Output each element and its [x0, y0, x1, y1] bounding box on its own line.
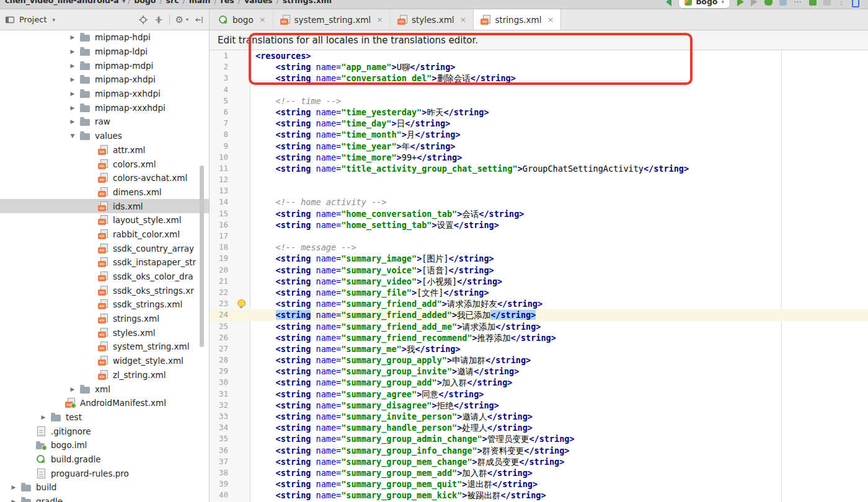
run-config-selector[interactable]: bogo ▾ — [678, 0, 730, 9]
breadcrumb-item[interactable]: src — [166, 0, 179, 5]
code-line[interactable]: 29 <string name="summary_group_invite">邀… — [210, 366, 868, 377]
breadcrumb-item[interactable]: strings.xml — [283, 0, 332, 5]
tree-item-ssdk_country_array[interactable]: <>ssdk_country_array — [0, 241, 209, 255]
tree-item-ssdk_instapaper_str[interactable]: <>ssdk_instapaper_str — [0, 255, 209, 270]
scrollbar[interactable] — [200, 165, 204, 347]
code-line[interactable]: 17 — [210, 231, 868, 242]
breadcrumb[interactable]: chen_video_line-android-a ▾ / bogo / src… — [0, 0, 333, 9]
tree-item-mipmap-xhdpi[interactable]: ▶mipmap-xhdpi — [0, 73, 209, 87]
chevron-right-icon[interactable]: ▶ — [65, 105, 80, 111]
tree-item-mipmap-hdpi[interactable]: ▶mipmap-hdpi — [0, 30, 209, 45]
chevron-down-icon[interactable]: ▼ — [65, 133, 80, 139]
code-line[interactable]: 23 <string name="summary_friend_add">请求添… — [210, 298, 868, 309]
tree-item-ssdk_oks_color_dra[interactable]: <>ssdk_oks_color_dra — [0, 270, 209, 284]
code-line[interactable]: 31 <string name="summary_agree">同意</stri… — [210, 389, 868, 400]
tree-item-proguard-rules.pro[interactable]: proguard-rules.pro — [0, 466, 209, 480]
tree-item-dimens.xml[interactable]: <>dimens.xml — [0, 185, 209, 200]
tab-system_string.xml[interactable]: <>system_string.xml× — [273, 9, 391, 30]
tree-item-raw[interactable]: ▶raw — [0, 115, 209, 129]
chevron-right-icon[interactable]: ▶ — [6, 484, 21, 490]
tree-item-xml[interactable]: ▶xml — [0, 382, 209, 396]
code-line[interactable]: 1<resources> — [210, 50, 868, 61]
chevron-right-icon[interactable]: ▶ — [6, 498, 21, 502]
code-line[interactable]: 22 <string name="summary_file">[文件]</str… — [210, 287, 868, 298]
code-line[interactable]: 34 <string name="summary_handle_person">… — [210, 422, 868, 433]
chevron-right-icon[interactable]: ▶ — [65, 34, 80, 40]
sync-icon[interactable] — [809, 0, 817, 6]
more-icon[interactable]: ⋯ — [794, 0, 802, 6]
code-line[interactable]: 25 <string name="summary_friend_add_me">… — [210, 321, 868, 332]
code-line[interactable]: 2 <string name="app_name">U聊</string> — [210, 61, 868, 73]
collapse-all-icon[interactable] — [154, 15, 164, 25]
code-line[interactable]: 27 <string name="summary_me">我</string> — [210, 343, 868, 354]
code-editor[interactable]: 1<resources>2 <string name="app_name">U聊… — [210, 50, 868, 502]
close-icon[interactable]: × — [547, 15, 554, 24]
chevron-right-icon[interactable]: ▶ — [65, 76, 80, 82]
tree-item-mipmap-ldpi[interactable]: ▶mipmap-ldpi — [0, 45, 209, 59]
code-line[interactable]: 20 <string name="summary_voice">[语音]</st… — [210, 265, 868, 276]
device-icon[interactable] — [852, 0, 859, 7]
code-line[interactable]: 10 <string name="time_more">99+</string> — [210, 152, 868, 163]
intention-bulb-icon[interactable] — [237, 299, 246, 307]
code-line[interactable]: 9 <string name="time_year">年</string> — [210, 141, 868, 152]
code-line[interactable]: 28 <string name="summary_group_apply">申请… — [210, 354, 868, 366]
code-line[interactable]: 5 <!-- time --> — [210, 95, 868, 107]
code-line[interactable]: 6 <string name="time_yesterday">昨天</stri… — [210, 107, 868, 118]
tree-item-mipmap-mdpi[interactable]: ▶mipmap-mdpi — [0, 58, 209, 73]
close-icon[interactable]: × — [259, 15, 266, 24]
gear-icon[interactable]: ⚙ — [175, 15, 184, 25]
hide-panel-icon[interactable] — [194, 15, 204, 25]
chevron-down-icon[interactable]: ▾ — [186, 17, 188, 22]
translations-banner[interactable]: Edit translations for all locales in the… — [210, 30, 868, 50]
close-icon[interactable]: × — [460, 15, 467, 24]
tree-item-gradle[interactable]: ▶gradle — [0, 495, 209, 502]
close-icon[interactable]: × — [376, 15, 383, 24]
code-line[interactable]: 16 <string name="home_setting_tab">设置</s… — [210, 219, 868, 231]
code-line[interactable]: 37 <string name="summary_group_mem_chang… — [210, 456, 868, 467]
tree-item-bogo.iml[interactable]: bogo.iml — [0, 438, 209, 452]
chevron-right-icon[interactable]: ▶ — [65, 63, 80, 69]
code-line[interactable]: 38 <string name="summary_group_mem_add">… — [210, 467, 868, 478]
tree-item-layout_style.xml[interactable]: <>layout_style.xml — [0, 213, 209, 227]
tab-strings.xml[interactable]: <>strings.xml× — [474, 9, 561, 30]
code-line[interactable]: 8 <string name="time_month">月</string> — [210, 129, 868, 140]
code-line[interactable]: 18 <!-- message --> — [210, 242, 868, 253]
code-line[interactable]: 19 <string name="summary_image">[图片]</st… — [210, 253, 868, 264]
menu-dots-icon[interactable]: ⋮ — [838, 0, 845, 6]
tree-item-colors.xml[interactable]: <>colors.xml — [0, 157, 209, 171]
tree-item-ssdk_strings.xml[interactable]: <>ssdk_strings.xml — [0, 297, 209, 312]
code-line[interactable]: 7 <string name="time_day">日</string> — [210, 118, 868, 129]
tree-item-zl_string.xml[interactable]: <>zl_string.xml — [0, 368, 209, 382]
chevron-right-icon[interactable]: ▶ — [65, 48, 80, 55]
chevron-right-icon[interactable]: ▶ — [36, 414, 51, 420]
code-line[interactable]: 21 <string name="summary_video">[小视频]</s… — [210, 276, 868, 287]
stop-icon[interactable] — [823, 0, 831, 6]
locate-file-icon[interactable] — [138, 15, 148, 25]
code-line[interactable]: 32 <string name="summary_disagree">拒绝</s… — [210, 400, 868, 411]
breadcrumb-item[interactable]: main — [189, 0, 211, 5]
tree-item-system_string.xml[interactable]: <>system_string.xml — [0, 340, 209, 354]
code-line[interactable]: 35 <string name="summary_group_admin_cha… — [210, 433, 868, 444]
tree-item-strings.xml[interactable]: <>strings.xml — [0, 312, 209, 326]
code-line[interactable]: 36 <string name="summary_group_info_chan… — [210, 445, 868, 456]
tab-bogo[interactable]: bogo× — [211, 9, 273, 30]
tree-item-values[interactable]: ▼values — [0, 129, 209, 143]
tree-item-mipmap-xxhdpi[interactable]: ▶mipmap-xxhdpi — [0, 87, 209, 101]
code-line[interactable]: 4 — [210, 84, 868, 95]
tree-item-test[interactable]: ▶test — [0, 410, 209, 425]
profiler-button[interactable] — [779, 0, 787, 6]
back-icon[interactable] — [666, 0, 671, 6]
chevron-right-icon[interactable]: ▶ — [65, 386, 80, 392]
code-line[interactable]: 13 — [210, 185, 868, 196]
code-line[interactable]: 39 <string name="summary_group_mem_quit"… — [210, 478, 868, 490]
tree-item-AndroidManifest.xml[interactable]: <>AndroidManifest.xml — [0, 396, 209, 410]
breadcrumb-item[interactable]: values — [244, 0, 273, 5]
tree-item-widget_style.xml[interactable]: <>widget_style.xml — [0, 354, 209, 368]
tree-item-build[interactable]: ▶build — [0, 480, 209, 495]
code-line[interactable]: 12 — [210, 174, 868, 185]
debug-button[interactable] — [764, 0, 773, 6]
code-line[interactable]: 24 <string name="summary_friend_added">我… — [210, 309, 868, 320]
code-line[interactable]: 3 <string name="conversation_del">删除会话</… — [210, 73, 868, 84]
code-line[interactable]: 15 <string name="home_conversation_tab">… — [210, 208, 868, 219]
code-line[interactable]: 33 <string name="summary_invite_person">… — [210, 411, 868, 422]
